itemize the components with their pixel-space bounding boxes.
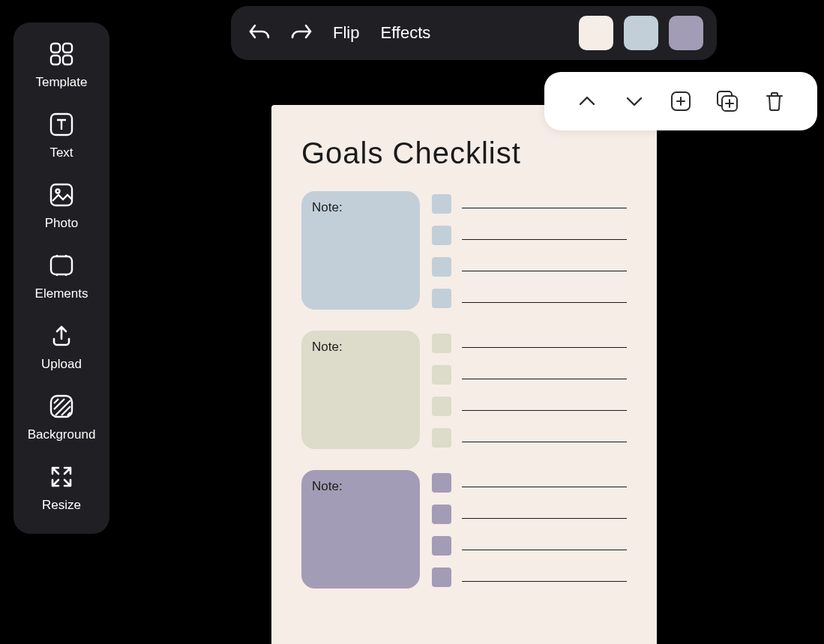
sidebar-label: Upload [41, 357, 82, 372]
check-row[interactable] [432, 536, 627, 556]
template-icon [48, 40, 75, 67]
canvas-document[interactable]: Goals Checklist Note: Note: Note: [271, 105, 657, 644]
color-swatch-3[interactable] [669, 16, 703, 50]
color-swatches [579, 16, 703, 50]
upload-icon [48, 322, 75, 349]
color-swatch-1[interactable] [579, 16, 613, 50]
checkbox[interactable] [432, 473, 451, 493]
check-line [462, 302, 627, 303]
note-box[interactable]: Note: [301, 470, 420, 589]
add-button[interactable] [667, 88, 694, 115]
check-row[interactable] [432, 257, 627, 277]
note-label: Note: [312, 200, 343, 214]
sidebar-label: Background [28, 427, 96, 442]
sidebar: Template Text Photo Elements [13, 22, 109, 534]
svg-point-6 [56, 190, 60, 193]
check-row[interactable] [432, 365, 627, 385]
sidebar-label: Photo [45, 216, 78, 231]
goal-section-1[interactable]: Note: [301, 191, 627, 310]
elements-icon [48, 252, 75, 279]
check-row[interactable] [432, 289, 627, 308]
note-label: Note: [312, 479, 343, 493]
checkbox[interactable] [432, 428, 451, 448]
checkbox[interactable] [432, 226, 451, 245]
note-box[interactable]: Note: [301, 331, 420, 449]
sidebar-label: Resize [42, 498, 81, 513]
check-line [462, 581, 627, 582]
check-line [462, 208, 627, 208]
background-icon [48, 393, 75, 420]
check-line [462, 347, 627, 348]
sidebar-item-elements[interactable]: Elements [35, 252, 88, 301]
photo-icon [48, 181, 75, 208]
checkbox[interactable] [432, 365, 451, 385]
top-toolbar: Flip Effects [231, 6, 717, 60]
color-swatch-2[interactable] [624, 16, 658, 50]
note-box[interactable]: Note: [301, 191, 420, 310]
check-line [462, 271, 627, 271]
flip-button[interactable]: Flip [328, 23, 364, 43]
check-line [462, 379, 627, 379]
check-line [462, 239, 627, 240]
check-row[interactable] [432, 226, 627, 245]
sidebar-item-resize[interactable]: Resize [42, 463, 81, 513]
note-label: Note: [312, 340, 343, 354]
sidebar-item-text[interactable]: Text [48, 111, 75, 160]
sidebar-label: Template [36, 75, 88, 90]
checkbox[interactable] [432, 536, 451, 556]
effects-button[interactable]: Effects [376, 23, 435, 43]
checkbox[interactable] [432, 257, 451, 277]
svg-rect-7 [51, 256, 72, 274]
svg-rect-1 [63, 43, 72, 52]
sidebar-item-template[interactable]: Template [36, 40, 88, 90]
svg-rect-2 [51, 55, 60, 64]
check-row[interactable] [432, 568, 627, 587]
check-column [432, 331, 627, 449]
resize-icon [48, 463, 75, 490]
check-row[interactable] [432, 505, 627, 524]
goal-section-3[interactable]: Note: [301, 470, 627, 589]
check-line [462, 518, 627, 519]
duplicate-button[interactable] [714, 88, 741, 115]
check-row[interactable] [432, 428, 627, 448]
document-title[interactable]: Goals Checklist [301, 136, 627, 170]
check-column [432, 470, 627, 589]
sidebar-item-photo[interactable]: Photo [45, 181, 78, 231]
move-up-button[interactable] [574, 88, 601, 115]
checkbox[interactable] [432, 334, 451, 353]
sidebar-label: Elements [35, 286, 88, 301]
sidebar-item-background[interactable]: Background [28, 393, 96, 442]
checkbox[interactable] [432, 194, 451, 214]
check-row[interactable] [432, 334, 627, 353]
sidebar-label: Text [49, 145, 73, 160]
check-row[interactable] [432, 397, 627, 416]
check-line [462, 410, 627, 411]
svg-rect-0 [51, 43, 60, 52]
check-row[interactable] [432, 194, 627, 214]
text-icon [48, 111, 75, 138]
svg-rect-3 [63, 55, 72, 64]
checkbox[interactable] [432, 397, 451, 416]
undo-button[interactable] [244, 18, 274, 48]
check-line [462, 550, 627, 550]
redo-button[interactable] [286, 18, 316, 48]
goal-section-2[interactable]: Note: [301, 331, 627, 449]
checkbox[interactable] [432, 568, 451, 587]
delete-button[interactable] [761, 88, 788, 115]
move-down-button[interactable] [621, 88, 648, 115]
check-line [462, 442, 627, 442]
svg-rect-5 [51, 184, 72, 205]
check-column [432, 191, 627, 310]
check-row[interactable] [432, 473, 627, 493]
check-line [462, 487, 627, 487]
checkbox[interactable] [432, 289, 451, 308]
layer-action-bar [544, 72, 817, 130]
checkbox[interactable] [432, 505, 451, 524]
sidebar-item-upload[interactable]: Upload [41, 322, 82, 372]
